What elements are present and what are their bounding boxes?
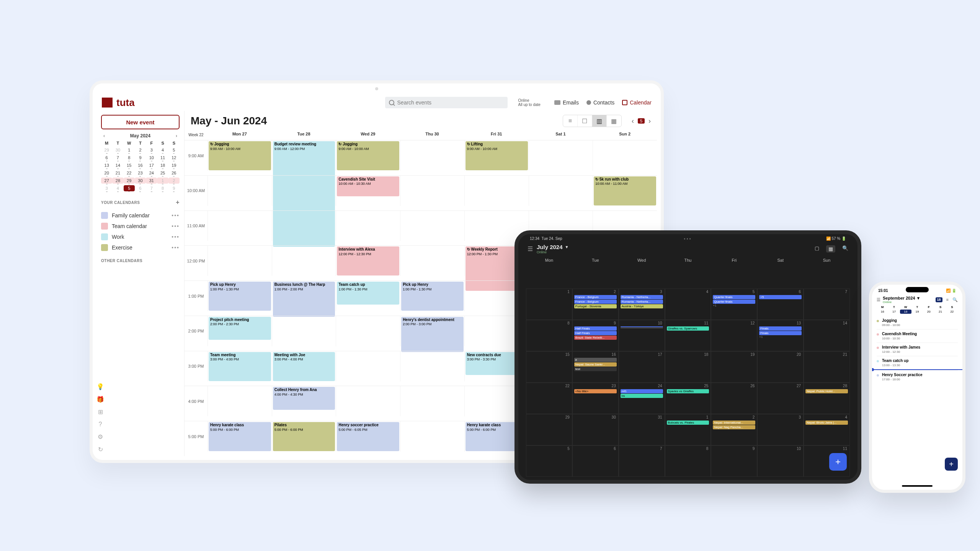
calendar-event[interactable]: Henry's dentist appointment2:00 PM - 3:0… (401, 317, 464, 352)
calendar-row[interactable]: Family calendar ••• (101, 212, 180, 219)
mini-day[interactable]: 1 (124, 147, 135, 153)
tablet-day-cell[interactable]: 27 (757, 383, 804, 414)
time-slot[interactable] (529, 175, 593, 206)
mini-day[interactable]: 27 (101, 178, 112, 184)
tablet-day-cell[interactable]: 9Half FinalsHalf FinalsBrazil: State Reb… (572, 320, 619, 351)
tablet-day-cell[interactable]: 8 (665, 445, 711, 477)
time-slot[interactable]: Interview with Alexa12:00 PM - 12:30 PM (336, 245, 400, 276)
tablet-event-chip[interactable]: Nepal: Public Holid... (805, 389, 848, 393)
tablet-event-chip[interactable]: Giraffes vs. Sparrows (667, 326, 709, 331)
calendar-menu-icon[interactable]: ••• (172, 212, 180, 218)
time-slot[interactable]: Pick up Henry1:00 PM - 1:30 PM (207, 280, 272, 311)
gift-icon[interactable]: 🎁 (96, 396, 104, 403)
mini-day[interactable]: 5 (124, 185, 135, 191)
mini-day[interactable]: 10 (146, 155, 157, 161)
tablet-event-chip[interactable]: Spades vs Giraffes (667, 389, 709, 393)
tablet-day-cell[interactable]: 6 (572, 445, 619, 477)
mini-day[interactable]: 2 (135, 147, 146, 153)
time-slot[interactable] (336, 316, 400, 346)
agenda-item[interactable]: Henry Soccer practice17:00 - 18:00 (877, 370, 958, 383)
time-slot[interactable]: ↻ Jogging9:00 AM - 10:00 AM (336, 140, 400, 171)
mini-day[interactable]: 1 (157, 178, 168, 184)
calendar-menu-icon[interactable]: ••• (172, 245, 180, 251)
time-slot[interactable]: ↻ Jogging9:00 AM - 10:00 AM (207, 140, 272, 171)
phone-day[interactable]: 16 (877, 310, 888, 314)
mini-day[interactable]: 4 (112, 185, 123, 191)
mini-day[interactable]: 20 (101, 170, 112, 176)
today-badge[interactable]: 5 (638, 118, 645, 124)
time-slot[interactable] (400, 351, 464, 381)
mini-day[interactable]: 4 (157, 147, 168, 153)
tablet-event-chip[interactable]: France - Belgium (574, 300, 617, 304)
mini-day[interactable]: 6 (135, 185, 146, 191)
agenda-item[interactable]: Interview with James12:00 - 12:30 (877, 342, 958, 356)
time-slot[interactable]: Henry soccer practice5:00 PM - 6:05 PM (336, 421, 400, 452)
mini-day[interactable]: 24 (146, 170, 157, 176)
mini-day[interactable]: 6 (101, 155, 112, 161)
tablet-day-cell[interactable]: 4Nepal: Bhoto Jatra (... (804, 414, 850, 445)
tablet-event-chip[interactable]: Romania - Netherla... (621, 295, 663, 299)
tablet-day-cell[interactable]: 5Quarter finalsQuarter finals+1 (711, 289, 757, 320)
view-month[interactable]: ▦ (607, 115, 621, 127)
time-slot[interactable]: Pick up Henry1:00 PM - 1:30 PM (400, 280, 464, 311)
calendar-row[interactable]: Team calendar ••• (101, 223, 180, 230)
time-slot[interactable]: Meeting with Joe3:00 PM - 4:00 PM (272, 351, 336, 381)
tablet-day-cell[interactable]: 31 (619, 414, 665, 445)
calendar-event[interactable]: ↻ Lifting9:00 AM - 10:00 AM (466, 141, 528, 170)
tablet-event-chip[interactable]: Portugal - Slovenia (574, 304, 617, 308)
agenda-item[interactable]: Jogging09:00 - 10:00 (877, 316, 958, 329)
calendar-event[interactable]: ↻ Jogging9:00 AM - 10:00 AM (337, 141, 399, 170)
tablet-event-chip[interactable]: mf1 (621, 389, 663, 393)
mini-day[interactable]: 16 (135, 162, 146, 168)
tablet-day-cell[interactable]: 13FinalsFinals+1 (757, 320, 804, 351)
tablet-event-chip[interactable]: Nepal: Saune Sankr... (574, 362, 617, 367)
phone-menu-icon[interactable]: ☰ (877, 297, 880, 302)
view-day[interactable]: ☐ (578, 115, 592, 127)
tablet-day-cell[interactable]: 2France - BelgiumFrance - BelgiumPortuga… (572, 289, 619, 320)
tablet-event-chip[interactable]: <No title> (574, 389, 617, 393)
phone-search-icon[interactable]: 🔍 (952, 297, 958, 302)
calendar-event[interactable]: Meeting with Joe3:00 PM - 4:00 PM (273, 352, 335, 381)
time-slot[interactable] (400, 386, 464, 416)
time-slot[interactable] (464, 175, 529, 206)
mini-next[interactable]: › (173, 133, 180, 139)
add-calendar-icon[interactable]: + (176, 199, 180, 206)
tablet-day-cell[interactable]: 7 (804, 289, 850, 320)
time-slot[interactable]: Budget review meeting9:00 AM - 12:00 PM (272, 140, 336, 171)
tablet-view-day-icon[interactable]: ▢ (815, 245, 819, 253)
calendar-menu-icon[interactable]: ••• (172, 234, 180, 240)
tablet-day-cell[interactable]: 18 (665, 351, 711, 383)
bulb-icon[interactable]: 💡 (96, 383, 104, 390)
tablet-day-cell[interactable]: 3 (757, 414, 804, 445)
mini-day[interactable]: 3 (146, 147, 157, 153)
calendar-event[interactable]: Team catch up1:00 PM - 1:30 PM (337, 282, 399, 305)
tablet-day-cell[interactable]: 2Nepal: International...Nepal: Nag Panch… (711, 414, 757, 445)
tablet-day-cell[interactable]: 16eNepal: Saune Sankr...test (572, 351, 619, 383)
mini-day[interactable]: 9 (168, 185, 180, 191)
mini-day[interactable]: 7 (146, 185, 157, 191)
tablet-event-chip[interactable]: e (574, 358, 617, 362)
time-slot[interactable] (593, 140, 657, 171)
time-slot[interactable] (336, 351, 400, 381)
tablet-day-cell[interactable]: 26 (711, 383, 757, 414)
tablet-view-month-icon[interactable]: ▦ (826, 245, 835, 253)
time-slot[interactable] (336, 210, 400, 241)
time-slot[interactable]: Business lunch @ The Harp1:00 PM - 2:00 … (272, 280, 336, 311)
phone-day[interactable]: 19 (911, 310, 923, 314)
phone-today-badge[interactable]: 18 (936, 297, 942, 302)
tablet-event-chip[interactable]: France - Belgium (574, 295, 617, 299)
calendar-row[interactable]: Exercise ••• (101, 244, 180, 251)
time-slot[interactable] (272, 210, 336, 241)
tablet-day-cell[interactable]: 24mf1bs (619, 383, 665, 414)
phone-day[interactable]: 22 (946, 310, 958, 314)
calendar-event[interactable]: Interview with Alexa12:00 PM - 12:30 PM (337, 246, 399, 276)
tablet-menu-icon[interactable]: ☰ (528, 245, 533, 253)
time-slot[interactable]: Collect Henry from Ana4:00 PM - 4:30 PM (272, 386, 336, 416)
mini-day[interactable]: 2 (168, 178, 180, 184)
tablet-day-cell[interactable]: 15 (526, 351, 572, 383)
time-slot[interactable] (529, 140, 593, 171)
tablet-event-chip[interactable]: Austria - Türkiye (621, 304, 663, 308)
tablet-day-cell[interactable]: 9 (711, 445, 757, 477)
nav-calendar[interactable]: Calendar (622, 99, 652, 106)
phone-view-icon[interactable]: ≡ (946, 297, 949, 302)
